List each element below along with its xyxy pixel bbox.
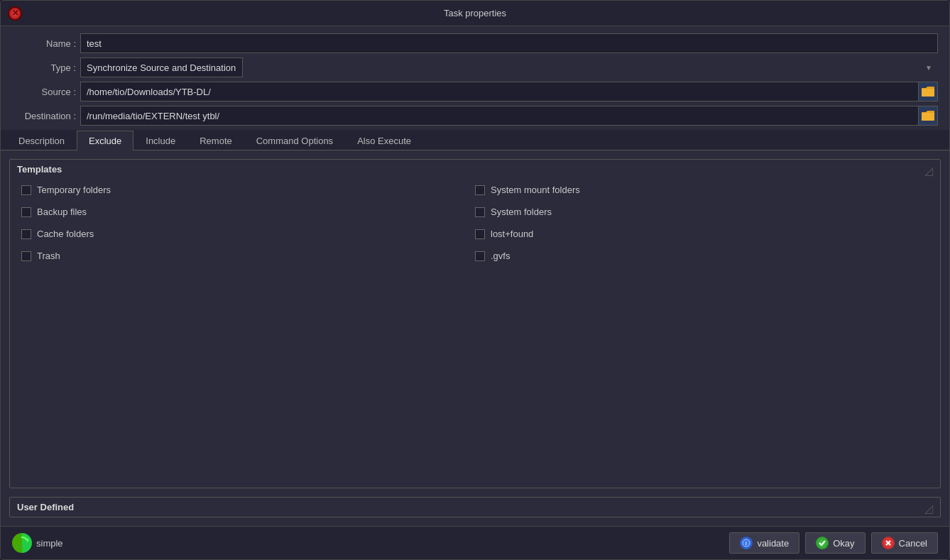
profile-button[interactable]: simple <box>12 533 63 553</box>
checkbox-gvfs-label: .gvfs <box>491 251 510 261</box>
tab-include[interactable]: Include <box>133 131 187 150</box>
checkbox-trash-label: Trash <box>37 251 60 261</box>
okay-button[interactable]: Okay <box>805 532 865 554</box>
checkbox-temporary-folders[interactable]: Temporary folders <box>21 185 475 195</box>
titlebar: ✕ Task properties <box>1 1 949 26</box>
templates-title: Templates <box>17 164 62 175</box>
source-browse-button[interactable] <box>918 82 938 101</box>
form-area: Name : Type : Synchronize Source and Des… <box>1 26 949 130</box>
source-input-group <box>80 82 938 101</box>
user-defined-section: User Defined ◿ <box>9 497 941 517</box>
destination-browse-button[interactable] <box>918 106 938 126</box>
checkbox-trash[interactable]: Trash <box>21 251 475 261</box>
type-select-wrapper: Synchronize Source and Destination Backu… <box>80 57 938 77</box>
validate-button[interactable]: i validate <box>729 532 799 554</box>
folder-icon <box>922 111 934 121</box>
cancel-icon <box>882 537 895 549</box>
svg-text:i: i <box>746 540 747 547</box>
svg-rect-1 <box>922 113 934 121</box>
user-defined-corner-icon: ◿ <box>924 502 933 515</box>
tab-description[interactable]: Description <box>6 131 77 150</box>
task-properties-dialog: ✕ Task properties Name : Type : Synchron… <box>0 0 950 560</box>
checkbox-system-mount-folders[interactable]: System mount folders <box>475 185 929 195</box>
checkbox-lost-found-label: lost+found <box>491 229 533 239</box>
checkbox-cache-folders-label: Cache folders <box>37 229 94 239</box>
templates-header: Templates ◿ <box>10 160 940 179</box>
checkbox-gvfs[interactable]: .gvfs <box>475 251 929 261</box>
checkbox-gvfs-input[interactable] <box>475 251 485 261</box>
okay-icon <box>816 537 829 549</box>
profile-icon <box>12 533 32 553</box>
validate-label: validate <box>757 538 789 549</box>
checkbox-system-folders-label: System folders <box>491 207 552 217</box>
checkbox-lost-found[interactable]: lost+found <box>475 229 929 239</box>
type-row: Type : Synchronize Source and Destinatio… <box>12 57 938 77</box>
tab-also-execute[interactable]: Also Execute <box>345 131 423 150</box>
checkbox-system-folders-input[interactable] <box>475 207 485 217</box>
cancel-button[interactable]: Cancel <box>871 532 938 554</box>
footer: simple i validate Okay <box>1 526 949 559</box>
svg-rect-0 <box>922 89 934 97</box>
destination-input[interactable] <box>80 106 918 126</box>
user-defined-title: User Defined <box>17 502 74 512</box>
checkbox-system-mount-folders-label: System mount folders <box>491 185 580 195</box>
checkbox-backup-files-label: Backup files <box>37 207 87 217</box>
profile-label: simple <box>36 538 63 549</box>
name-row: Name : <box>12 33 938 53</box>
footer-right: i validate Okay <box>729 532 938 554</box>
type-select[interactable]: Synchronize Source and Destination Backu… <box>80 57 243 77</box>
source-input[interactable] <box>80 82 918 101</box>
templates-section: Templates ◿ Temporary folders System mou… <box>9 159 941 488</box>
svg-marker-2 <box>27 538 29 542</box>
tab-remote[interactable]: Remote <box>187 131 244 150</box>
checkbox-temporary-folders-input[interactable] <box>21 185 31 195</box>
checkbox-cache-folders[interactable]: Cache folders <box>21 229 475 239</box>
checkbox-backup-files-input[interactable] <box>21 207 31 217</box>
close-button[interactable]: ✕ <box>8 6 22 21</box>
okay-label: Okay <box>833 538 854 549</box>
content-area: Templates ◿ Temporary folders System mou… <box>1 150 949 526</box>
sync-icon <box>13 534 31 551</box>
svg-marker-3 <box>15 544 17 548</box>
type-label: Type : <box>12 62 76 73</box>
source-label: Source : <box>12 87 76 97</box>
destination-row: Destination : <box>12 106 938 126</box>
source-row: Source : <box>12 82 938 101</box>
name-input[interactable] <box>80 33 938 53</box>
checkbox-system-folders[interactable]: System folders <box>475 207 929 217</box>
validate-icon: i <box>740 537 753 549</box>
destination-label: Destination : <box>12 111 76 121</box>
checkboxes-grid: Temporary folders System mount folders B… <box>10 179 940 488</box>
name-label: Name : <box>12 38 76 49</box>
checkbox-system-mount-folders-input[interactable] <box>475 185 485 195</box>
checkbox-backup-files[interactable]: Backup files <box>21 207 475 217</box>
tabs-bar: Description Exclude Include Remote Comma… <box>1 130 949 150</box>
destination-input-group <box>80 106 938 126</box>
tab-exclude[interactable]: Exclude <box>77 131 133 150</box>
templates-corner-icon: ◿ <box>924 164 933 177</box>
checkbox-cache-folders-input[interactable] <box>21 229 31 239</box>
tab-command-options[interactable]: Command Options <box>244 131 345 150</box>
footer-left: simple <box>12 533 63 553</box>
checkbox-lost-found-input[interactable] <box>475 229 485 239</box>
folder-icon <box>922 87 934 97</box>
checkbox-trash-input[interactable] <box>21 251 31 261</box>
window-title: Task properties <box>444 8 506 18</box>
checkbox-temporary-folders-label: Temporary folders <box>37 185 111 195</box>
cancel-label: Cancel <box>899 538 927 549</box>
